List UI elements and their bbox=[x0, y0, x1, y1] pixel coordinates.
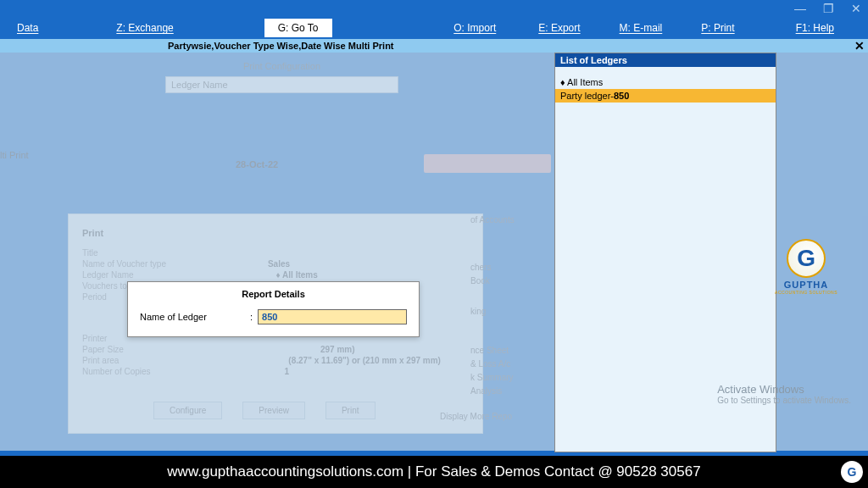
activate-sub: Go to Settings to activate Windows. bbox=[717, 396, 851, 405]
menu-exchange[interactable]: Z: Exchange bbox=[103, 19, 186, 37]
logo-subtext: ACCOUNTING SOLUTIONS bbox=[775, 290, 837, 295]
ledger-list-items: All Items Party ledger-850 bbox=[555, 75, 776, 103]
dialog-title: Report Details bbox=[140, 289, 407, 299]
report-details-dialog: Report Details Name of Ledger : bbox=[127, 281, 420, 337]
main-menubar: Data Z: Exchange G: Go To O: Import E: E… bbox=[0, 17, 868, 39]
name-of-ledger-input[interactable] bbox=[258, 309, 407, 324]
activate-title: Activate Windows bbox=[717, 383, 851, 396]
menu-export[interactable]: E: Export bbox=[525, 19, 593, 37]
close-icon[interactable]: ✕ bbox=[854, 39, 865, 53]
report-header-bar: Partywsie,Voucher Type Wise,Date Wise Mu… bbox=[0, 39, 868, 53]
menu-email[interactable]: M: E-mail bbox=[606, 19, 676, 37]
ledger-item-selected[interactable]: Party ledger-850 bbox=[555, 89, 776, 103]
footer-text: www.gupthaaccountingsolutions.com | For … bbox=[167, 463, 700, 480]
name-of-ledger-label: Name of Ledger bbox=[140, 312, 250, 322]
ledger-item-all[interactable]: All Items bbox=[555, 75, 776, 89]
menu-print[interactable]: P: Print bbox=[687, 19, 748, 37]
logo-text: GUPTHA bbox=[775, 280, 837, 290]
menu-data[interactable]: Data bbox=[3, 19, 52, 37]
brand-logo: G GUPTHA ACCOUNTING SOLUTIONS bbox=[775, 239, 837, 295]
menu-import[interactable]: O: Import bbox=[440, 19, 509, 37]
main-area: Print Configuration Ledger Name lti Prin… bbox=[0, 53, 868, 451]
restore-button[interactable]: ❐ bbox=[823, 2, 834, 15]
activate-windows-watermark: Activate Windows Go to Settings to activ… bbox=[717, 383, 851, 405]
footer-logo-icon: G bbox=[841, 461, 863, 483]
minimize-button[interactable]: — bbox=[794, 2, 806, 15]
menu-help[interactable]: F1: Help bbox=[782, 19, 848, 37]
report-header-title: Partywsie,Voucher Type Wise,Date Wise Mu… bbox=[168, 41, 394, 51]
logo-icon: G bbox=[787, 239, 826, 278]
close-button[interactable]: ✕ bbox=[851, 2, 861, 15]
menu-goto[interactable]: G: Go To bbox=[264, 18, 333, 38]
window-titlebar: — ❐ ✕ bbox=[0, 0, 868, 17]
footer-bar: www.gupthaaccountingsolutions.com | For … bbox=[0, 456, 868, 488]
ledger-list-header: List of Ledgers bbox=[555, 53, 776, 67]
